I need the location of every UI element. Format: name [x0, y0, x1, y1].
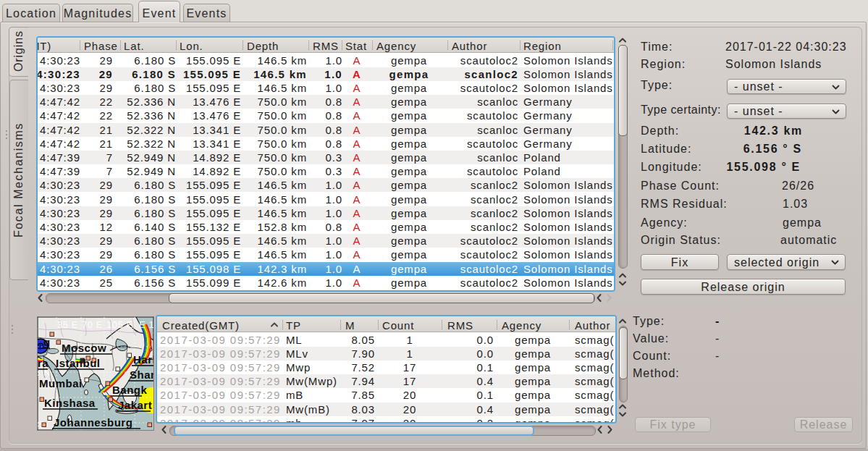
svg-text:70 E: 70 E: [82, 319, 103, 330]
svg-text:Jakart: Jakart: [118, 399, 152, 411]
svg-text:Shangh: Shangh: [130, 368, 153, 381]
svg-text:ra: ra: [38, 357, 49, 369]
svg-text:105 E: 105 E: [106, 319, 133, 330]
svg-text:E 1: E 1: [139, 319, 153, 330]
svg-text:35 E: 35 E: [57, 319, 78, 330]
svg-text:g: g: [43, 336, 51, 348]
svg-text:Bangk: Bangk: [112, 384, 148, 396]
svg-text:Kinshasa: Kinshasa: [44, 397, 96, 409]
svg-text:Harb: Harb: [133, 353, 153, 366]
svg-text:Johannesburg: Johannesburg: [54, 416, 132, 429]
svg-text:Istanbul: Istanbul: [56, 357, 101, 369]
svg-text:Mumbai: Mumbai: [39, 377, 83, 389]
svg-text:Moscow: Moscow: [62, 342, 106, 354]
